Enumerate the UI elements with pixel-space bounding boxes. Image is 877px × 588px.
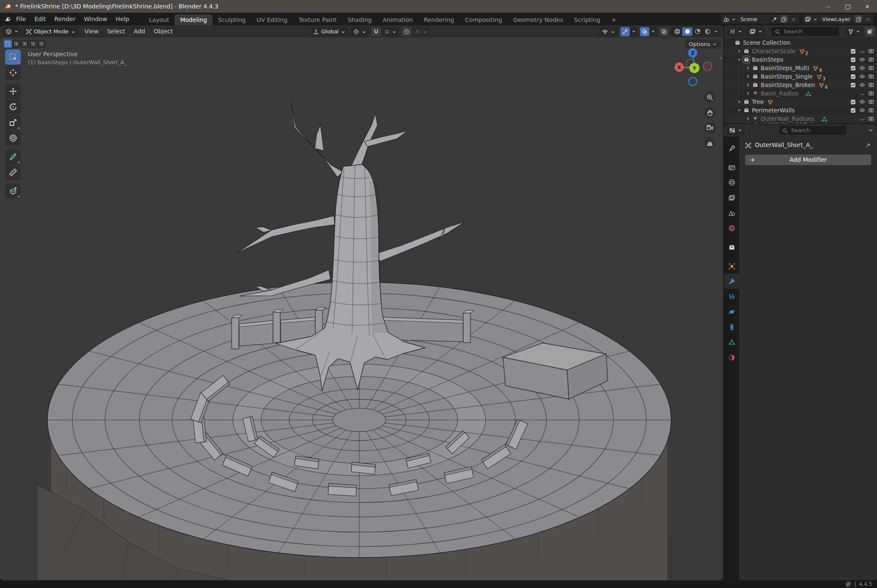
exclude-checkbox[interactable] (849, 57, 858, 63)
workspace-tab-compositing[interactable]: Compositing (459, 14, 508, 25)
mode-dropdown[interactable]: Object Mode (23, 27, 78, 36)
hide-in-viewport-toggle[interactable] (858, 65, 866, 71)
disclosure-toggle[interactable] (744, 65, 751, 71)
maximize-button[interactable]: □ (838, 0, 858, 13)
properties-search-input[interactable] (790, 127, 843, 134)
select-box-tool-button[interactable] (5, 49, 21, 65)
cursor-tool-button[interactable] (5, 65, 21, 80)
overlays-dropdown[interactable] (650, 27, 657, 36)
properties-tab-view-layer[interactable] (724, 190, 739, 205)
workspace-tab-layout[interactable]: Layout (144, 14, 175, 25)
properties-tab-world[interactable] (724, 220, 739, 236)
hide-in-viewport-toggle[interactable] (858, 74, 866, 79)
hide-in-viewport-toggle[interactable] (858, 48, 866, 54)
workspace-tab-texture-paint[interactable]: Texture Paint (293, 14, 342, 25)
visibility-dropdown[interactable] (599, 27, 618, 36)
shading-solid-button[interactable] (682, 27, 692, 36)
hide-in-viewport-toggle[interactable] (858, 90, 866, 96)
shading-rendered-button[interactable] (702, 27, 713, 36)
disclosure-toggle[interactable] (735, 99, 743, 104)
outliner-editor-type-button[interactable] (727, 27, 745, 36)
navigation-gizmo[interactable]: Z X Y (672, 45, 714, 89)
workspace-tab-sculpting[interactable]: Sculpting (213, 14, 251, 25)
close-button[interactable]: × (858, 0, 877, 13)
properties-editor-type-button[interactable] (727, 126, 745, 135)
delete-scene-button[interactable]: × (790, 15, 797, 23)
measure-tool-button[interactable] (5, 165, 21, 180)
exclude-checkbox[interactable] (849, 82, 858, 88)
gizmos-toggle[interactable] (620, 27, 630, 36)
disclosure-toggle[interactable] (744, 82, 751, 87)
select-mode-intersect[interactable] (38, 40, 46, 48)
select-mode-invert[interactable] (29, 40, 37, 48)
outliner-row-characterscale[interactable]: CharacterScale2 (724, 47, 877, 55)
exclude-checkbox[interactable] (849, 99, 858, 105)
properties-tab-physics[interactable] (724, 304, 739, 319)
properties-tab-constraints[interactable] (724, 319, 739, 335)
workspace-tab-scripting[interactable]: Scripting (568, 14, 606, 25)
workspace-tab-uv-editing[interactable]: UV Editing (251, 14, 293, 25)
properties-tab-particles[interactable] (724, 289, 739, 304)
new-collection-button[interactable] (865, 27, 874, 36)
duplicate-scene-button[interactable] (780, 15, 788, 23)
duplicate-viewlayer-button[interactable] (855, 15, 862, 23)
move-tool-button[interactable] (5, 84, 21, 99)
workspace-tab-modeling[interactable]: Modeling (175, 14, 213, 25)
workspace-tab-geometry-nodes[interactable]: Geometry Nodes (508, 14, 568, 25)
viewlayer-selector[interactable]: ViewLayer × (803, 14, 874, 24)
scale-tool-button[interactable] (5, 115, 21, 130)
hide-in-viewport-toggle[interactable] (858, 82, 866, 88)
display-mode-button[interactable] (747, 27, 765, 36)
add-modifier-button[interactable]: + Add Modifier (745, 155, 871, 165)
window-titlebar[interactable]: * FirelinkShrine [D:\3D Modeling\Firelin… (0, 0, 877, 13)
snap-toggle[interactable] (372, 27, 381, 36)
hide-in-viewport-toggle[interactable] (858, 107, 866, 113)
disclosure-toggle[interactable] (735, 49, 743, 54)
outliner-row-basin-radius[interactable]: Basin_Radius (724, 89, 877, 98)
viewport-pan-button[interactable] (704, 107, 716, 118)
hide-in-viewport-toggle[interactable] (858, 116, 866, 122)
shading-dropdown[interactable] (713, 27, 719, 36)
disclosure-toggle[interactable] (744, 91, 751, 96)
pivot-point-dropdown[interactable] (351, 27, 369, 36)
hide-in-viewport-toggle[interactable] (858, 57, 866, 63)
annotate-tool-button[interactable] (5, 149, 21, 164)
shading-wireframe-button[interactable] (672, 27, 682, 36)
disable-in-renders-toggle[interactable] (866, 65, 875, 71)
outliner-row-basinsteps[interactable]: BasinSteps (724, 55, 877, 64)
properties-tab-material[interactable] (724, 350, 739, 365)
falloff-dropdown[interactable] (412, 27, 430, 36)
properties-tab-render[interactable] (724, 160, 739, 175)
outliner-search-input[interactable] (783, 28, 836, 35)
properties-tab-collection[interactable] (724, 240, 739, 255)
blender-menu-icon[interactable] (4, 16, 11, 23)
gizmos-dropdown[interactable] (630, 27, 637, 36)
properties-tab-tool[interactable] (724, 141, 739, 156)
outliner-row-scene-collection[interactable]: Scene Collection (724, 38, 877, 47)
viewport-camera-button[interactable] (704, 122, 716, 133)
viewport-menu-view[interactable]: View (80, 25, 103, 38)
overlays-toggle[interactable] (640, 27, 649, 36)
disclosure-toggle[interactable] (735, 108, 743, 113)
viewport-menu-select[interactable]: Select (103, 25, 129, 38)
exclude-checkbox[interactable] (849, 74, 858, 79)
proportional-edit-toggle[interactable] (402, 27, 411, 36)
viewport-zoom-button[interactable] (704, 92, 716, 103)
disclosure-toggle[interactable] (735, 57, 743, 62)
menu-render[interactable]: Render (50, 13, 80, 25)
exclude-checkbox[interactable] (849, 107, 858, 113)
disable-in-renders-toggle[interactable] (866, 116, 875, 122)
properties-options-icon[interactable] (867, 127, 874, 134)
disable-in-renders-toggle[interactable] (866, 99, 875, 105)
rotate-tool-button[interactable] (5, 99, 21, 114)
workspace-add-button[interactable]: + (606, 14, 622, 25)
viewport-3d-scene[interactable] (0, 38, 723, 580)
minimize-button[interactable]: – (819, 0, 838, 13)
sidebar-collapse-icon[interactable]: ‹ (720, 54, 722, 61)
transform-tool-button[interactable] (5, 131, 21, 146)
select-mode-set[interactable] (4, 40, 12, 48)
outliner-row-outerwall-radiues[interactable]: OuterWall_Radiues (724, 114, 877, 123)
disclosure-toggle[interactable] (744, 123, 751, 123)
properties-tab-scene[interactable] (724, 205, 739, 220)
disclosure-toggle[interactable] (744, 74, 751, 79)
